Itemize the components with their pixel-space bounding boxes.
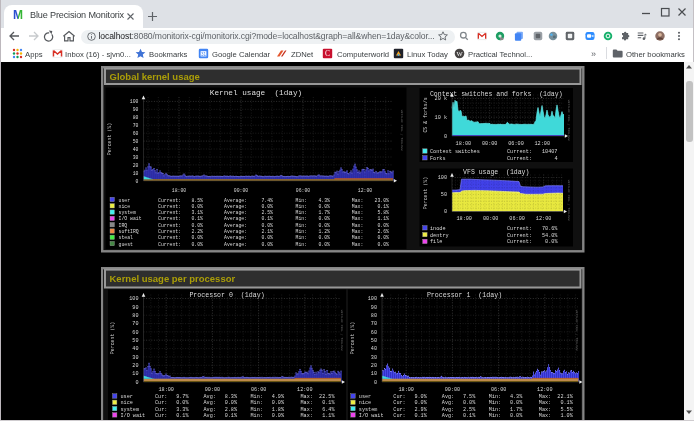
svg-text:C: C	[325, 49, 330, 58]
svg-text:06:00: 06:00	[491, 387, 506, 393]
svg-text:Cur:: Cur:	[393, 413, 405, 419]
svg-text:Forks: Forks	[430, 156, 446, 162]
svg-text:Min:: Min:	[296, 235, 308, 240]
svg-text:Min:: Min:	[251, 394, 263, 400]
svg-text:Max:: Max:	[539, 413, 551, 419]
svg-text:9.7%: 9.7%	[176, 394, 189, 400]
svg-text:Processor 1 (1day): Processor 1 (1day)	[427, 292, 502, 299]
svg-text:0.0%: 0.0%	[318, 223, 330, 228]
svg-text:RRDTOOL / TOBI OETIKER: RRDTOOL / TOBI OETIKER	[567, 99, 571, 140]
svg-text:70: 70	[371, 321, 377, 327]
svg-text:Current:: Current:	[158, 210, 181, 215]
svg-text:Min:: Min:	[251, 407, 263, 413]
svg-text:12:00: 12:00	[536, 216, 552, 222]
svg-text:I/O wait: I/O wait	[119, 216, 142, 221]
svg-text:0.0%: 0.0%	[191, 223, 203, 228]
svg-text:60: 60	[371, 330, 377, 336]
svg-text:6.4%: 6.4%	[322, 407, 335, 413]
svg-text:Current:: Current:	[158, 204, 181, 209]
svg-text:0.1%: 0.1%	[377, 204, 389, 209]
svg-text:0.0%: 0.0%	[191, 242, 203, 247]
svg-text:Current:: Current:	[507, 156, 532, 162]
svg-text:system: system	[121, 407, 140, 413]
svg-text:4: 4	[554, 156, 557, 162]
svg-text:Current:: Current:	[158, 235, 181, 240]
svg-text:Max:: Max:	[352, 210, 364, 215]
svg-text:dentry: dentry	[430, 233, 449, 239]
svg-text:Context switches: Context switches	[430, 149, 480, 155]
svg-text:Max:: Max:	[539, 394, 551, 400]
svg-text:0.1%: 0.1%	[176, 413, 189, 419]
svg-text:1.7%: 1.7%	[510, 407, 523, 413]
svg-text:20: 20	[133, 163, 139, 168]
svg-text:20: 20	[132, 363, 138, 369]
svg-text:Max:: Max:	[301, 413, 313, 419]
svg-text:user: user	[121, 394, 133, 400]
svg-text:Kernel usage (1day): Kernel usage (1day)	[210, 89, 302, 97]
svg-text:Min:: Min:	[296, 204, 308, 209]
svg-text:Average:: Average:	[224, 229, 247, 234]
svg-text:50: 50	[132, 338, 138, 344]
svg-text:0.0%: 0.0%	[225, 400, 238, 406]
svg-text:0.1%: 0.1%	[463, 413, 476, 419]
svg-text:22.1%: 22.1%	[557, 394, 573, 400]
svg-text:50: 50	[133, 139, 139, 144]
svg-text:0.1%: 0.1%	[414, 413, 427, 419]
svg-text:7.5%: 7.5%	[463, 394, 476, 400]
svg-text:0: 0	[135, 380, 138, 386]
svg-text:Max:: Max:	[352, 216, 364, 221]
svg-text:2.6%: 2.6%	[377, 229, 389, 234]
svg-text:Average:: Average:	[224, 223, 247, 228]
svg-text:0.1%: 0.1%	[261, 216, 273, 221]
svg-text:Cur:: Cur:	[155, 394, 167, 400]
svg-text:Min:: Min:	[489, 400, 501, 406]
svg-text:8.3%: 8.3%	[225, 394, 238, 400]
svg-text:0.0%: 0.0%	[261, 223, 273, 228]
svg-text:0.0%: 0.0%	[510, 400, 523, 406]
svg-text:0: 0	[444, 209, 447, 215]
svg-text:0.1%: 0.1%	[191, 216, 203, 221]
svg-text:nice: nice	[359, 400, 371, 406]
svg-text:0.1%: 0.1%	[560, 400, 573, 406]
svg-text:7.4%: 7.4%	[261, 198, 273, 203]
svg-text:0.0%: 0.0%	[414, 400, 427, 406]
svg-text:0.0%: 0.0%	[510, 413, 523, 419]
svg-text:RRDTOOL / TOBI OETIKER: RRDTOOL / TOBI OETIKER	[567, 179, 571, 220]
svg-text:10 k: 10 k	[435, 115, 447, 121]
svg-text:2.2%: 2.2%	[191, 229, 203, 234]
svg-text:20 k: 20 k	[435, 96, 447, 102]
svg-text:0.0%: 0.0%	[318, 204, 330, 209]
svg-text:20: 20	[371, 363, 377, 369]
svg-text:18:00: 18:00	[456, 216, 472, 222]
svg-text:100: 100	[130, 99, 139, 104]
svg-text:18:00: 18:00	[158, 387, 173, 393]
svg-text:18:00: 18:00	[172, 188, 187, 193]
svg-text:2.8%: 2.8%	[225, 407, 238, 413]
svg-text:Cur:: Cur:	[155, 400, 167, 406]
svg-text:40: 40	[132, 346, 138, 352]
svg-text:Max:: Max:	[352, 204, 364, 209]
svg-text:softIRQ: softIRQ	[119, 229, 139, 234]
svg-text:Average:: Average:	[224, 235, 247, 240]
svg-text:30: 30	[133, 155, 139, 160]
svg-text:user: user	[119, 198, 131, 203]
svg-text:Cur:: Cur:	[393, 407, 405, 413]
svg-text:1.8%: 1.8%	[272, 407, 285, 413]
svg-text:50: 50	[371, 338, 377, 344]
svg-text:0.0%: 0.0%	[272, 413, 285, 419]
svg-text:06:00: 06:00	[508, 141, 524, 147]
svg-text:06:00: 06:00	[296, 188, 311, 193]
svg-text:60: 60	[132, 330, 138, 336]
svg-text:Cur:: Cur:	[155, 407, 167, 413]
svg-text:Current:: Current:	[507, 233, 532, 239]
svg-text:5.8%: 5.8%	[377, 210, 389, 215]
svg-text:Min:: Min:	[489, 413, 501, 419]
svg-text:90: 90	[133, 107, 139, 112]
svg-text:10: 10	[371, 371, 377, 377]
svg-text:70: 70	[132, 321, 138, 327]
svg-text:0.1%: 0.1%	[322, 400, 335, 406]
svg-text:5.5%: 5.5%	[560, 407, 573, 413]
svg-text:00:00: 00:00	[483, 216, 499, 222]
svg-text:Min:: Min:	[489, 407, 501, 413]
svg-text:40: 40	[371, 346, 377, 352]
